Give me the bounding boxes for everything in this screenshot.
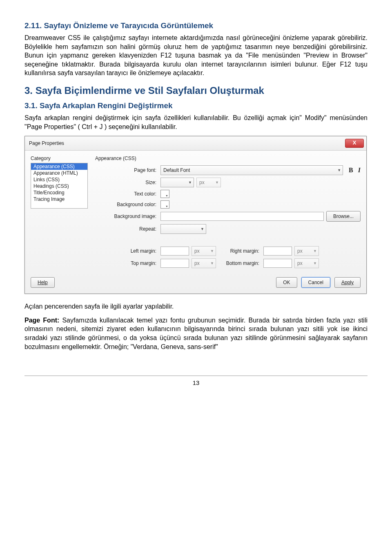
chevron-down-icon: ▼ <box>200 227 204 231</box>
left-margin-input[interactable] <box>160 247 189 256</box>
bottom-margin-unit[interactable]: px▼ <box>294 258 319 268</box>
row-bg-color: Background color: ▼ <box>95 200 361 209</box>
chevron-down-icon: ▼ <box>210 249 214 253</box>
chevron-down-icon: ▼ <box>313 261 317 265</box>
row-page-font: Page font: Default Font ▼ B I <box>95 165 361 175</box>
size-unit-value: px <box>199 180 205 185</box>
dialog-title: Page Properties <box>29 140 64 146</box>
label-page-font: Page font: <box>95 167 158 173</box>
apply-label: Apply <box>341 280 354 285</box>
label-bg-image: Background image: <box>95 213 158 219</box>
form-column: Appearance (CSS) Page font: Default Font… <box>95 156 361 271</box>
apply-button[interactable]: Apply <box>334 277 361 288</box>
bg-image-input[interactable] <box>160 212 324 221</box>
chevron-down-icon: ▼ <box>165 205 168 208</box>
heading-3-1: 3.1. Sayfa Arkaplan Rengini Değiştirmek <box>24 101 368 110</box>
bold-button[interactable]: B <box>349 167 353 174</box>
bg-color-swatch[interactable]: ▼ <box>160 200 169 209</box>
paragraph-3-1: Sayfa arkaplan rengini değiştirmek için … <box>24 113 368 131</box>
size-dropdown[interactable]: ▼ <box>160 178 194 187</box>
row-bg-image: Background image: Browse... <box>95 211 361 222</box>
heading-2-11: 2.11. Sayfayı Önizleme ve Tarayıcıda Gör… <box>24 21 368 30</box>
category-item-appearance-html[interactable]: Appearance (HTML) <box>31 170 87 176</box>
chevron-down-icon: ▼ <box>337 168 341 172</box>
row-size: Size: ▼ px ▼ <box>95 178 361 187</box>
label-size: Size: <box>95 180 158 185</box>
help-button[interactable]: Help <box>31 277 55 288</box>
label-repeat: Repeat: <box>95 226 158 232</box>
row-margins-1: Left margin: px▼ Right margin: px▼ <box>95 246 361 256</box>
row-margins-2: Top margin: px▼ Bottom margin: px▼ <box>95 258 361 268</box>
group-title: Appearance (CSS) <box>95 156 361 161</box>
italic-button[interactable]: I <box>358 167 361 174</box>
size-unit-dropdown[interactable]: px ▼ <box>196 178 221 187</box>
paragraph-after-a: Açılan pencerenden sayfa ile ilgili ayar… <box>24 302 368 311</box>
left-margin-unit[interactable]: px▼ <box>192 246 216 256</box>
browse-button[interactable]: Browse... <box>326 211 361 222</box>
label-left-margin: Left margin: <box>95 248 158 254</box>
unit-value: px <box>297 248 303 254</box>
page-font-value: Default Font <box>163 167 190 173</box>
category-item-appearance-css[interactable]: Appearance (CSS) <box>31 163 87 170</box>
label-bottom-margin: Bottom margin: <box>218 260 261 266</box>
category-item-links-css[interactable]: Links (CSS) <box>31 176 87 183</box>
category-column: Category Appearance (CSS) Appearance (HT… <box>31 156 88 271</box>
bottom-margin-input[interactable] <box>263 259 292 268</box>
row-text-color: Text color: ▼ <box>95 190 361 198</box>
right-margin-unit[interactable]: px▼ <box>294 246 319 256</box>
repeat-dropdown[interactable]: ▼ <box>160 224 206 234</box>
dialog-body: Category Appearance (CSS) Appearance (HT… <box>25 151 366 273</box>
chevron-down-icon: ▼ <box>188 180 192 185</box>
category-label: Category <box>31 156 88 161</box>
dialog-footer: Help OK Cancel Apply <box>25 273 366 293</box>
category-item-tracing-image[interactable]: Tracing Image <box>31 196 87 202</box>
help-label: Help <box>38 280 48 285</box>
unit-value: px <box>194 248 200 254</box>
top-margin-unit[interactable]: px▼ <box>192 258 216 268</box>
chevron-down-icon: ▼ <box>215 180 219 185</box>
label-top-margin: Top margin: <box>95 260 158 266</box>
cancel-button[interactable]: Cancel <box>301 277 330 288</box>
label-bg-color: Background color: <box>95 202 158 207</box>
page-properties-dialog: Page Properties X Category Appearance (C… <box>24 136 367 294</box>
chevron-down-icon: ▼ <box>210 261 214 265</box>
chevron-down-icon: ▼ <box>165 194 168 197</box>
heading-3: 3. Sayfa Biçimlendirme ve Stil Sayfaları… <box>24 85 368 96</box>
close-button[interactable]: X <box>345 139 364 148</box>
ok-button[interactable]: OK <box>276 277 297 288</box>
category-listbox[interactable]: Appearance (CSS) Appearance (HTML) Links… <box>31 163 88 209</box>
category-item-title-encoding[interactable]: Title/Encoding <box>31 189 87 196</box>
footer-rule <box>24 376 368 376</box>
category-item-headings-css[interactable]: Headings (CSS) <box>31 183 87 189</box>
dialog-titlebar: Page Properties X <box>25 136 366 151</box>
page-font-dropdown[interactable]: Default Font ▼ <box>160 165 343 175</box>
top-margin-input[interactable] <box>160 259 189 268</box>
margins-group: Left margin: px▼ Right margin: px▼ Top m… <box>95 246 361 268</box>
paragraph-2-11: Dreamweaver CS5 ile çalıştığımız sayfayı… <box>24 33 368 78</box>
right-margin-input[interactable] <box>263 247 292 256</box>
page-number: 13 <box>24 379 368 386</box>
text-color-swatch[interactable]: ▼ <box>160 190 169 198</box>
paragraph-after-b: Page Font: Sayfamızda kullanılacak temel… <box>24 316 368 351</box>
unit-value: px <box>194 260 200 266</box>
unit-value: px <box>297 260 303 266</box>
chevron-down-icon: ▼ <box>313 249 317 253</box>
row-repeat: Repeat: ▼ <box>95 224 361 234</box>
label-right-margin: Right margin: <box>218 248 261 254</box>
label-text-color: Text color: <box>95 191 158 197</box>
